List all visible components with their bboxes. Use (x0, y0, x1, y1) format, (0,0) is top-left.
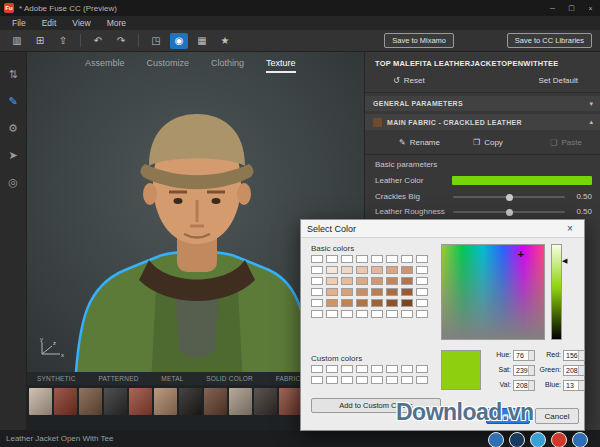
basic-color-swatch[interactable] (311, 266, 323, 274)
basic-color-swatch[interactable] (326, 255, 338, 263)
basic-color-swatch[interactable] (326, 288, 338, 296)
custom-color-swatch[interactable] (341, 376, 353, 384)
section-main-fabric[interactable]: MAIN FABRIC - CRACKLED LEATHER ▴ (365, 114, 600, 130)
minimize-button[interactable]: ─ (543, 0, 562, 16)
basic-color-swatch[interactable] (341, 266, 353, 274)
custom-color-swatch[interactable] (326, 365, 338, 373)
upload-icon[interactable]: ⇪ (54, 33, 72, 49)
basic-color-swatch[interactable] (416, 255, 428, 263)
texture-icon[interactable]: ▦ (193, 33, 211, 49)
basic-color-swatch[interactable] (311, 277, 323, 285)
basic-color-swatch[interactable] (341, 299, 353, 307)
basic-color-swatch[interactable] (341, 310, 353, 318)
custom-color-swatch[interactable] (341, 365, 353, 373)
basic-color-swatch[interactable] (386, 255, 398, 263)
tab-customize[interactable]: Customize (147, 58, 190, 73)
basic-color-swatch[interactable] (326, 299, 338, 307)
menu-file[interactable]: File (4, 18, 34, 28)
close-button[interactable]: × (581, 0, 600, 16)
category-patterned[interactable]: PATTERNED (98, 375, 138, 382)
texture-thumbnail[interactable] (79, 388, 102, 415)
menu-view[interactable]: View (64, 18, 98, 28)
reset-button[interactable]: ↺ Reset (393, 76, 425, 85)
texture-thumbnail[interactable] (254, 388, 277, 415)
viewport-layout-icon[interactable]: ▥ (8, 33, 26, 49)
menu-edit[interactable]: Edit (34, 18, 65, 28)
texture-thumbnail[interactable] (204, 388, 227, 415)
basic-color-swatch[interactable] (401, 277, 413, 285)
rename-button[interactable]: ✎ Rename (399, 138, 440, 147)
crackles-big-slider[interactable] (453, 196, 565, 198)
basic-color-swatch[interactable] (371, 277, 383, 285)
basic-color-swatch[interactable] (356, 266, 368, 274)
custom-color-swatch[interactable] (416, 376, 428, 384)
custom-color-swatch[interactable] (356, 365, 368, 373)
hue-input[interactable]: 76 (513, 350, 535, 361)
category-synthetic[interactable]: SYNTHETIC (37, 375, 76, 382)
texture-thumbnail[interactable] (129, 388, 152, 415)
save-icon[interactable]: ⊞ (31, 33, 49, 49)
select-tool-icon[interactable]: ➤ (8, 149, 17, 161)
basic-color-swatch[interactable] (311, 299, 323, 307)
basic-color-swatch[interactable] (356, 299, 368, 307)
basic-color-swatch[interactable] (356, 288, 368, 296)
texture-thumbnail[interactable] (179, 388, 202, 415)
cube-icon[interactable]: ◳ (147, 33, 165, 49)
custom-color-swatch[interactable] (311, 376, 323, 384)
red-input[interactable]: 156 (563, 350, 585, 361)
basic-color-swatch[interactable] (311, 288, 323, 296)
copy-button[interactable]: ❐ Copy (473, 138, 503, 147)
settings-tool-icon[interactable]: ⚙ (8, 122, 18, 134)
basic-color-swatch[interactable] (341, 288, 353, 296)
basic-color-swatch[interactable] (401, 288, 413, 296)
texture-thumbnail[interactable] (54, 388, 77, 415)
orbit-tool-icon[interactable]: ◎ (8, 176, 18, 188)
basic-color-swatch[interactable] (416, 299, 428, 307)
texture-thumbnail[interactable] (154, 388, 177, 415)
custom-color-swatch[interactable] (386, 365, 398, 373)
basic-color-swatch[interactable] (416, 266, 428, 274)
save-to-mixamo-button[interactable]: Save to Mixamo (384, 33, 454, 48)
texture-thumbnail[interactable] (279, 388, 302, 415)
basic-color-swatch[interactable] (356, 310, 368, 318)
basic-color-swatch[interactable] (401, 310, 413, 318)
basic-color-swatch[interactable] (401, 255, 413, 263)
leather-roughness-slider[interactable] (453, 211, 565, 213)
basic-color-swatch[interactable] (386, 299, 398, 307)
sat-input[interactable]: 239 (513, 365, 535, 376)
custom-color-swatch[interactable] (311, 365, 323, 373)
leather-color-swatch[interactable] (452, 176, 592, 185)
dialog-titlebar[interactable]: Select Color × (301, 220, 584, 238)
basic-color-swatch[interactable] (356, 255, 368, 263)
basic-color-swatch[interactable] (311, 255, 323, 263)
basic-color-swatch[interactable] (341, 277, 353, 285)
tab-assemble[interactable]: Assemble (85, 58, 125, 73)
basic-color-swatch[interactable] (371, 310, 383, 318)
custom-color-swatch[interactable] (416, 365, 428, 373)
basic-color-swatch[interactable] (386, 310, 398, 318)
basic-color-swatch[interactable] (326, 266, 338, 274)
undo-icon[interactable]: ↶ (89, 33, 107, 49)
basic-color-swatch[interactable] (386, 288, 398, 296)
tab-texture[interactable]: Texture (266, 58, 296, 73)
basic-color-swatch[interactable] (311, 310, 323, 318)
basic-color-swatch[interactable] (416, 277, 428, 285)
dialog-close-icon[interactable]: × (562, 223, 578, 234)
val-input[interactable]: 208 (513, 380, 535, 391)
basic-color-swatch[interactable] (356, 277, 368, 285)
brightness-slider[interactable] (551, 244, 562, 340)
basic-color-swatch[interactable] (386, 277, 398, 285)
cancel-button[interactable]: Cancel (535, 408, 579, 424)
camera-icon[interactable]: ◉ (170, 33, 188, 49)
save-to-cc-libraries-button[interactable]: Save to CC Libraries (507, 33, 592, 48)
basic-color-swatch[interactable] (371, 266, 383, 274)
basic-color-swatch[interactable] (341, 255, 353, 263)
saturation-value-picker[interactable]: + (441, 244, 545, 340)
custom-color-swatch[interactable] (356, 376, 368, 384)
category-metal[interactable]: METAL (161, 375, 183, 382)
basic-color-swatch[interactable] (416, 310, 428, 318)
basic-color-swatch[interactable] (326, 277, 338, 285)
custom-color-swatch[interactable] (371, 365, 383, 373)
basic-color-swatch[interactable] (371, 299, 383, 307)
maximize-button[interactable]: ▢ (562, 0, 581, 16)
